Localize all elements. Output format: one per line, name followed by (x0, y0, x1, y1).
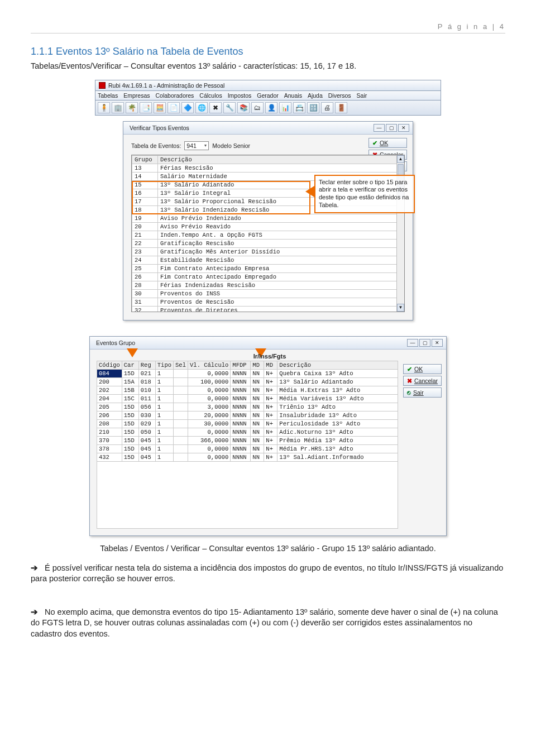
menu-item[interactable]: Empresas (123, 92, 150, 99)
table-row[interactable]: 43215D04510,0000NNNNNNN+13º Sal.Adiant.I… (97, 453, 398, 461)
col-mfdp[interactable]: MFDP (231, 361, 251, 369)
table-row[interactable]: 23Gratificação Mês Anterior Dissídio (132, 247, 404, 256)
table-cell: 366,0000 (188, 436, 231, 444)
toolbar-button[interactable]: 🏢 (112, 102, 124, 113)
maximize-button[interactable]: ▢ (386, 124, 397, 132)
toolbar-button[interactable]: 🌴 (126, 102, 138, 113)
table-row[interactable]: 20215B01010,0000NNNNNNN+Média H.Extras 1… (97, 386, 398, 394)
table-cell (174, 369, 188, 377)
toolbar-button[interactable]: 🌐 (195, 102, 208, 113)
menu-item[interactable]: Anuais (284, 92, 302, 99)
table-cell: N+ (264, 394, 277, 403)
scroll-up-icon[interactable]: ▲ (397, 155, 404, 163)
table-row[interactable]: 19Aviso Prévio Indenizado (132, 214, 404, 222)
exit-button[interactable]: ⎋Sair (403, 387, 442, 398)
menu-item[interactable]: Gerador (257, 92, 279, 99)
table-row[interactable]: 32Proventos de Diretores (132, 306, 404, 312)
table-cell: 13 (132, 164, 158, 172)
col-reg[interactable]: Reg (138, 361, 155, 369)
menu-item[interactable]: Cálculos (199, 92, 222, 99)
minimize-button[interactable]: — (407, 339, 418, 347)
table-cell: N+ (264, 377, 277, 386)
toolbar-button[interactable]: 👤 (265, 102, 277, 113)
table-combo[interactable]: 941 (184, 141, 209, 150)
col-sel[interactable]: Sel (174, 361, 188, 369)
table-row[interactable]: 31Proventos de Rescisão (132, 298, 404, 306)
table-row[interactable]: 08415D02110,0000NNNNNNN+Quebra Caixa 13º… (97, 369, 398, 377)
toolbar-button[interactable]: 🔧 (223, 102, 236, 113)
scroll-down-icon[interactable]: ▼ (397, 304, 404, 312)
app-icon (99, 82, 106, 89)
table-row[interactable]: 20415C01110,0000NNNNNNN+Média Variáveis … (97, 394, 398, 403)
maximize-button[interactable]: ▢ (419, 339, 430, 347)
cancel-button[interactable]: ✖Cancelar (403, 376, 442, 386)
menubar[interactable]: Tabelas Empresas Colaboradores Cálculos … (95, 91, 441, 101)
table-cell (174, 411, 188, 419)
menu-item[interactable]: Impostos (228, 92, 252, 99)
toolbar-button[interactable]: 📊 (279, 102, 291, 113)
toolbar-button[interactable]: 🧍 (98, 102, 110, 113)
table-cell: 011 (138, 394, 155, 403)
close-button[interactable]: ✕ (398, 124, 409, 132)
table-row[interactable]: 21015D05010,0000NNNNNNN+Adic.Noturno 13º… (97, 428, 398, 436)
col-md2[interactable]: MD (264, 361, 277, 369)
col-descricao[interactable]: Descrição (277, 361, 398, 369)
toolbar-button[interactable]: 🚪 (335, 102, 347, 113)
col-descricao[interactable]: Descrição (158, 155, 404, 164)
table-row[interactable]: 20815D029130,0000NNNNNNN+Periculosidade … (97, 419, 398, 428)
table-cell: 029 (138, 419, 155, 428)
menu-item[interactable]: Diversos (328, 92, 351, 99)
table-row[interactable]: 37815D04510,0000NNNNNNN+Média Pr.HRS.13º… (97, 444, 398, 453)
table-cell: 010 (138, 386, 155, 394)
menu-item[interactable]: Ajuda (308, 92, 323, 99)
table-cell: N+ (264, 444, 277, 453)
table-row[interactable]: 20615D030120,0000NNNNNNN+Insalubridade 1… (97, 411, 398, 419)
table-cell: N+ (264, 386, 277, 394)
col-codigo[interactable]: Código (97, 361, 122, 369)
toolbar-button[interactable]: ✖ (209, 102, 222, 113)
close-button[interactable]: ✕ (432, 339, 443, 347)
table-cell: NN (251, 403, 264, 411)
toolbar-button[interactable]: 📚 (237, 102, 250, 113)
toolbar-button[interactable]: 🖨 (321, 102, 333, 113)
table-row[interactable]: 20515D05613,0000NNNNNNN+Triênio 13º Adto (97, 403, 398, 411)
ok-button[interactable]: ✔OK (403, 364, 442, 374)
ok-button[interactable]: ✔OK (368, 138, 407, 148)
toolbar-button[interactable]: 🗂 (251, 102, 264, 113)
toolbar-button[interactable]: 🔷 (181, 102, 194, 113)
col-tipo[interactable]: Tipo (155, 361, 173, 369)
menu-item[interactable]: Tabelas (98, 92, 118, 99)
col-vlcalc[interactable]: Vl. Cálculo (188, 361, 231, 369)
col-md1[interactable]: MD (251, 361, 264, 369)
toolbar-button[interactable]: 🔠 (307, 102, 319, 113)
table-cell: 15 (132, 180, 158, 189)
table-cell (174, 453, 188, 461)
table-cell: Proventos de Diretores (158, 306, 404, 312)
col-grupo[interactable]: Grupo (132, 155, 158, 164)
table-row[interactable]: 26Fim Contrato Antecipado Empregado (132, 272, 404, 281)
table-cell: Aviso Prévio Reavido (158, 222, 404, 231)
table-row[interactable]: 20Aviso Prévio Reavido (132, 222, 404, 231)
toolbar-button[interactable]: 🧮 (154, 102, 166, 113)
table-cell: N+ (264, 436, 277, 444)
minimize-button[interactable]: — (374, 124, 385, 132)
events-detail-table[interactable]: Código Car Reg Tipo Sel Vl. Cálculo MFDP… (97, 361, 398, 462)
toolbar-button[interactable]: 📄 (168, 102, 180, 113)
table-row[interactable]: 21Inden.Tempo Ant. a Opção FGTS (132, 231, 404, 239)
col-car[interactable]: Car (122, 361, 138, 369)
table-cell: 210 (97, 428, 122, 436)
toolbar-button[interactable]: 📑 (140, 102, 152, 113)
table-row[interactable]: 22Gratificação Rescisão (132, 239, 404, 247)
table-row[interactable]: 13Férias Rescisão (132, 164, 404, 172)
menu-item[interactable]: Sair (357, 92, 367, 99)
table-cell: 206 (97, 411, 122, 419)
menu-item[interactable]: Colaboradores (155, 92, 194, 99)
table-row[interactable]: 37015D0451366,0000NNNNNNN+Prêmio Média 1… (97, 436, 398, 444)
table-row[interactable]: 24Estabilidade Rescisão (132, 256, 404, 264)
table-cell: 100,0000 (188, 377, 231, 386)
toolbar-button[interactable]: 📇 (293, 102, 305, 113)
table-row[interactable]: 20015A0181100,0000NNNNNNN+13º Salário Ad… (97, 377, 398, 386)
table-row[interactable]: 25Fim Contrato Antecipado Empresa (132, 264, 404, 272)
table-row[interactable]: 28Férias Indenizadas Rescisão (132, 281, 404, 289)
table-row[interactable]: 30Proventos do INSS (132, 289, 404, 298)
